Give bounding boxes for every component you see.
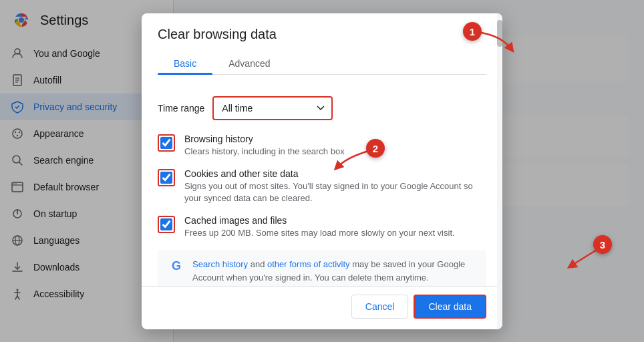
checkbox-cookies-desc: Signs you out of most sites. You'll stay… (184, 180, 486, 204)
checkbox-cached-wrapper (158, 216, 175, 233)
search-history-link[interactable]: Search history (192, 259, 248, 269)
google-notice: G Search history and other forms of acti… (158, 250, 486, 285)
checkbox-cookies-text: Cookies and other site data Signs you ou… (184, 168, 486, 204)
dialog-scrollbar-thumb (497, 20, 502, 47)
checkbox-cookies-input[interactable] (160, 172, 172, 184)
checkbox-cookies-title: Cookies and other site data (184, 168, 486, 179)
badge-3: 3 (593, 235, 612, 254)
checkbox-browsing-history-title: Browsing history (184, 134, 345, 144)
dialog-header: Clear browsing data Basic Advanced (142, 13, 502, 86)
time-range-label: Time range (158, 103, 204, 114)
dialog-title: Clear browsing data (158, 27, 486, 42)
dialog-footer: Cancel Clear data (142, 286, 502, 329)
checkbox-browsing-history-input[interactable] (160, 137, 172, 149)
checkbox-browsing-history-text: Browsing history Clears history, includi… (184, 134, 345, 158)
tab-advanced[interactable]: Advanced (212, 53, 286, 74)
cancel-button[interactable]: Cancel (351, 295, 409, 319)
time-range-row: Time range All time Last hour Last 24 ho… (158, 96, 486, 120)
checkbox-cached-desc: Frees up 200 MB. Some sites may load mor… (184, 227, 455, 239)
other-activity-link[interactable]: other forms of activity (267, 259, 350, 269)
clear-data-button[interactable]: Clear data (414, 295, 486, 319)
checkbox-cookies: Cookies and other site data Signs you ou… (158, 168, 486, 204)
google-notice-text: Search history and other forms of activi… (192, 258, 476, 284)
time-range-select[interactable]: All time Last hour Last 24 hours Last 7 … (212, 96, 333, 120)
checkbox-cookies-wrapper (158, 169, 175, 186)
tab-basic[interactable]: Basic (158, 53, 212, 74)
google-g-icon: G (168, 258, 184, 274)
checkbox-cached-input[interactable] (160, 218, 172, 230)
dialog-tabs: Basic Advanced (158, 53, 486, 75)
dialog-overlay: Clear browsing data Basic Advanced Time … (0, 0, 644, 342)
checkbox-cached: Cached images and files Frees up 200 MB.… (158, 215, 486, 239)
badge-2: 2 (366, 139, 385, 158)
dialog-body: Time range All time Last hour Last 24 ho… (142, 86, 502, 286)
checkbox-browsing-history-wrapper (158, 134, 175, 152)
checkbox-cached-text: Cached images and files Frees up 200 MB.… (184, 215, 455, 239)
checkbox-browsing-history-desc: Clears history, including in the search … (184, 146, 345, 158)
clear-browsing-dialog: Clear browsing data Basic Advanced Time … (142, 13, 502, 329)
badge-1: 1 (463, 22, 482, 41)
checkbox-cached-title: Cached images and files (184, 215, 455, 226)
checkbox-browsing-history: Browsing history Clears history, includi… (158, 134, 486, 158)
notice-and-text: and (248, 259, 267, 269)
dialog-scrollbar[interactable] (497, 13, 502, 329)
